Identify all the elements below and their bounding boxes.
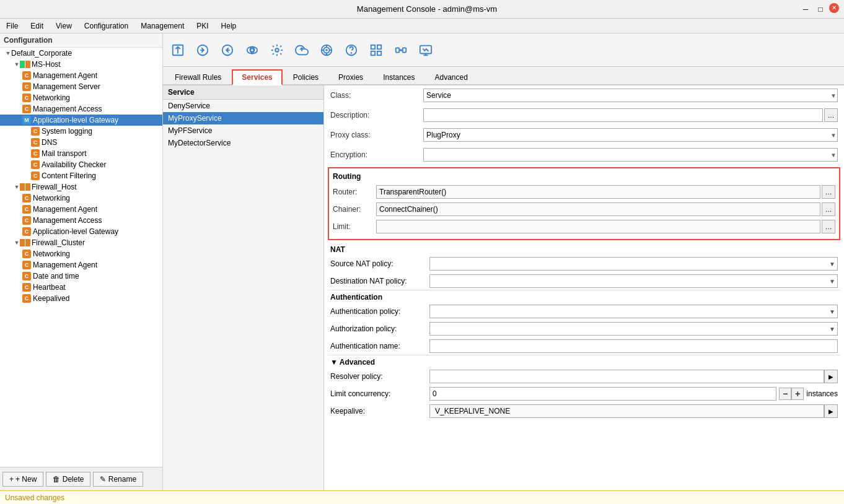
- auth-name-row: Authentication name:: [324, 337, 844, 355]
- sidebar-item-availability-checker[interactable]: C Availability Checker: [0, 159, 162, 170]
- grid-button[interactable]: [365, 39, 387, 61]
- target-icon: [320, 43, 333, 57]
- service-item-mypf[interactable]: MyPFService: [163, 124, 323, 137]
- sidebar-item-management-server[interactable]: C Management Server: [0, 81, 162, 92]
- monitor-button[interactable]: [415, 39, 437, 61]
- tab-instances[interactable]: Instances: [374, 70, 424, 84]
- tab-firewall-rules[interactable]: Firewall Rules: [165, 70, 231, 84]
- content-split: Service DenyService MyProxyService MyPFS…: [163, 85, 844, 490]
- sidebar-label: Management Agent: [33, 261, 97, 269]
- sidebar-item-content-filtering[interactable]: C Content Filtering: [0, 170, 162, 181]
- sidebar-item-default-corporate[interactable]: ▼ Default_Corporate: [0, 48, 162, 59]
- description-control: …: [423, 108, 838, 122]
- group-color-orange2: [25, 183, 30, 191]
- auth-name-input[interactable]: [429, 339, 838, 353]
- sidebar-item-heartbeat[interactable]: C Heartbeat: [0, 282, 162, 293]
- encryption-row: Encryption: ▼: [324, 145, 844, 165]
- sidebar-item-management-agent-1[interactable]: C Management Agent: [0, 70, 162, 81]
- maximize-button[interactable]: □: [814, 3, 827, 15]
- sidebar-item-firewall-host[interactable]: ▼ Firewall_Host: [0, 181, 162, 193]
- menu-file[interactable]: File: [2, 20, 22, 32]
- tab-policies[interactable]: Policies: [284, 70, 328, 84]
- limit-ellipsis-btn[interactable]: …: [822, 220, 835, 233]
- target-button[interactable]: [315, 39, 338, 61]
- service-item-mydetector[interactable]: MyDetectorService: [163, 137, 323, 149]
- resolver-arrow-btn[interactable]: ▶: [824, 370, 838, 383]
- forward-button[interactable]: [191, 39, 214, 61]
- proxy-class-select[interactable]: PlugProxy: [423, 128, 838, 142]
- grid-icon: [369, 43, 383, 57]
- settings-button[interactable]: [266, 39, 288, 61]
- router-value: TransparentRouter(): [376, 185, 820, 199]
- sidebar-item-date-time[interactable]: C Date and time: [0, 271, 162, 282]
- tab-advanced[interactable]: Advanced: [426, 70, 477, 84]
- sidebar-item-management-agent-fw[interactable]: C Management Agent: [0, 204, 162, 215]
- limit-concurrency-input[interactable]: [429, 387, 776, 401]
- service-item-deny[interactable]: DenyService: [163, 100, 323, 112]
- cloud-button[interactable]: [291, 39, 313, 61]
- tab-services[interactable]: Services: [232, 69, 282, 85]
- menu-pki[interactable]: PKI: [193, 20, 212, 32]
- sidebar: Configuration ▼ Default_Corporate ▼ MS-H…: [0, 33, 163, 490]
- advanced-section-header: ▼ Advanced: [324, 355, 844, 368]
- description-ellipsis-btn[interactable]: …: [824, 108, 838, 122]
- source-nat-select[interactable]: [429, 257, 838, 271]
- upload-button[interactable]: [167, 39, 189, 61]
- svg-rect-18: [371, 45, 375, 48]
- svg-rect-19: [377, 45, 381, 48]
- sidebar-label: Mail transport: [42, 149, 87, 158]
- menu-edit[interactable]: Edit: [27, 20, 47, 32]
- connect-button[interactable]: [390, 39, 412, 61]
- sidebar-item-networking-fw[interactable]: C Networking: [0, 193, 162, 204]
- sidebar-item-mail-transport[interactable]: C Mail transport: [0, 148, 162, 159]
- sidebar-label: Availability Checker: [42, 160, 107, 169]
- authz-policy-select[interactable]: [429, 322, 838, 336]
- sidebar-item-system-logging[interactable]: C System logging: [0, 126, 162, 137]
- menu-management[interactable]: Management: [137, 20, 188, 32]
- chainer-ellipsis-btn[interactable]: …: [822, 202, 835, 216]
- svg-rect-21: [377, 51, 381, 54]
- auth-policy-select[interactable]: [429, 305, 838, 318]
- eye-button[interactable]: [241, 39, 263, 61]
- sidebar-item-ms-host[interactable]: ▼ MS-Host: [0, 59, 162, 70]
- keepalive-arrow-btn[interactable]: ▶: [824, 404, 838, 418]
- sidebar-item-app-gateway-fw[interactable]: C Application-level Gateway: [0, 226, 162, 237]
- class-label: Class:: [330, 91, 423, 100]
- close-button[interactable]: ✕: [829, 3, 839, 13]
- dest-nat-select[interactable]: [429, 274, 838, 288]
- svg-point-25: [400, 50, 402, 51]
- sidebar-item-dns[interactable]: C DNS: [0, 137, 162, 148]
- class-select[interactable]: Service: [423, 89, 838, 102]
- sidebar-item-keepalived[interactable]: C Keepalived: [0, 293, 162, 304]
- limit-concurrency-control: − + instances: [429, 387, 838, 401]
- sidebar-item-management-agent-fc[interactable]: C Management Agent: [0, 259, 162, 271]
- sidebar-item-firewall-cluster[interactable]: ▼ Firewall_Cluster: [0, 237, 162, 248]
- plus-icon: +: [9, 475, 14, 484]
- tab-proxies[interactable]: Proxies: [329, 70, 372, 84]
- new-button[interactable]: + + New: [2, 472, 43, 487]
- help-button[interactable]: [340, 39, 363, 61]
- delete-label: 🗑 Delete: [53, 475, 84, 484]
- sidebar-label: Content Filtering: [42, 172, 96, 180]
- delete-button[interactable]: 🗑 Delete: [46, 472, 90, 487]
- increment-button[interactable]: +: [791, 388, 804, 400]
- sidebar-item-management-access-fw[interactable]: C Management Access: [0, 215, 162, 226]
- window-title: Management Console - admin@ms-vm: [55, 4, 799, 14]
- sidebar-item-management-access-1[interactable]: C Management Access: [0, 103, 162, 115]
- rename-button[interactable]: ✎ Rename: [93, 472, 143, 487]
- sidebar-item-networking-fc[interactable]: C Networking: [0, 248, 162, 259]
- content-area: Firewall Rules Services Policies Proxies…: [163, 33, 844, 490]
- back-button[interactable]: [216, 39, 239, 61]
- sidebar-item-app-gateway-1[interactable]: M Application-level Gateway: [0, 115, 162, 126]
- router-ellipsis-btn[interactable]: …: [822, 185, 835, 199]
- sidebar-label: System logging: [42, 127, 92, 136]
- description-input[interactable]: [423, 108, 823, 122]
- decrement-button[interactable]: −: [779, 388, 791, 400]
- service-item-myproxy[interactable]: MyProxyService: [163, 112, 323, 124]
- menu-view[interactable]: View: [52, 20, 76, 32]
- sidebar-item-networking-1[interactable]: C Networking: [0, 92, 162, 103]
- encryption-select[interactable]: [423, 148, 838, 162]
- minimize-button[interactable]: ─: [799, 3, 812, 15]
- menu-help[interactable]: Help: [218, 20, 240, 32]
- menu-configuration[interactable]: Configuration: [81, 20, 132, 32]
